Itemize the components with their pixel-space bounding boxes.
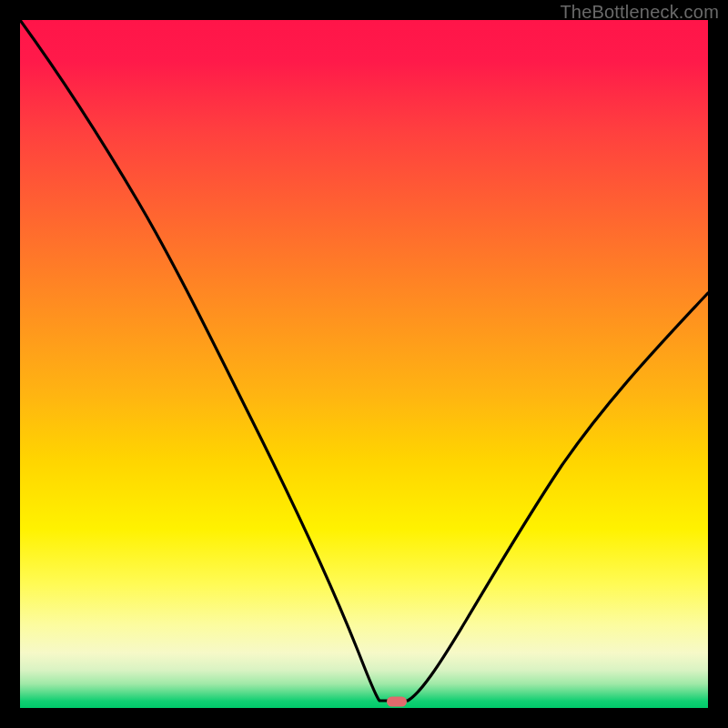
- curve-path: [20, 20, 708, 701]
- bottleneck-marker: [387, 697, 407, 707]
- plot-area: [20, 20, 708, 708]
- bottleneck-curve: [20, 20, 708, 708]
- watermark-text: TheBottleneck.com: [560, 2, 719, 23]
- chart-stage: TheBottleneck.com: [0, 0, 728, 728]
